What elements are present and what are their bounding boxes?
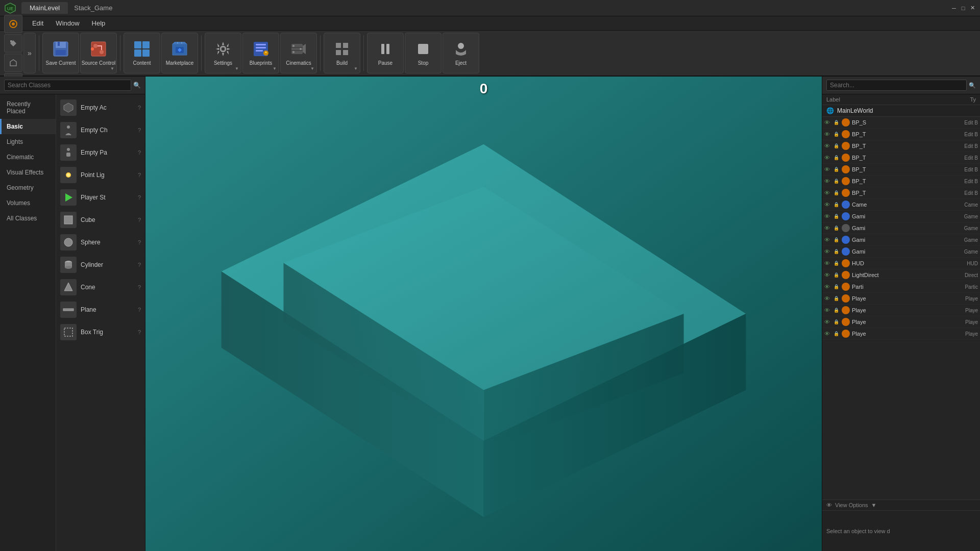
more-tools-button[interactable]: » xyxy=(23,33,36,73)
pause-button[interactable]: Pause xyxy=(367,33,404,73)
outliner-item-bp1[interactable]: 👁 🔒 BP_S Edit B xyxy=(822,117,980,129)
visibility-gm3-icon[interactable]: 👁 xyxy=(824,237,831,243)
box-trigger-help[interactable]: ? xyxy=(138,329,141,335)
visibility-gm1-icon[interactable]: 👁 xyxy=(824,213,831,219)
category-visual-effects[interactable]: Visual Effects xyxy=(0,165,56,180)
outliner-item-bp6[interactable]: 👁 🔒 BP_T Edit B xyxy=(822,176,980,187)
outliner-bp1-type: Edit B xyxy=(964,120,978,126)
outliner-bp6-label: BP_T xyxy=(852,178,962,184)
category-lights[interactable]: Lights xyxy=(0,134,56,149)
stop-button[interactable]: Stop xyxy=(405,33,442,73)
outliner-item-gm4[interactable]: 👁 🔒 Gami Game xyxy=(822,246,980,258)
save-current-button[interactable]: Save Current xyxy=(42,33,79,73)
visibility-player3-icon[interactable]: 👁 xyxy=(824,319,831,325)
marketplace-button[interactable]: Marketplace xyxy=(161,33,198,73)
outliner-item-player2[interactable]: 👁 🔒 Playe Playe xyxy=(822,305,980,316)
outliner-item-player3[interactable]: 👁 🔒 Playe Playe xyxy=(822,316,980,328)
content-button[interactable]: Content xyxy=(124,33,160,73)
category-geometry[interactable]: Geometry xyxy=(0,180,56,195)
level-tab[interactable]: MainLevel xyxy=(21,2,68,14)
view-options-bar[interactable]: 👁 View Options ▼ xyxy=(822,499,980,510)
build-button[interactable]: Build ▼ xyxy=(324,33,360,73)
place-item-point-light[interactable]: Point Lig ? xyxy=(56,164,145,186)
mode-btn-3[interactable] xyxy=(4,54,22,72)
place-item-sphere[interactable]: Sphere ? xyxy=(56,231,145,254)
visibility-parti-icon[interactable]: 👁 xyxy=(824,284,831,290)
eject-button[interactable]: Eject xyxy=(443,33,479,73)
outliner-item-parti[interactable]: 👁 🔒 Parti Partic xyxy=(822,281,980,293)
outliner-item-gm3[interactable]: 👁 🔒 Gami Game xyxy=(822,234,980,246)
place-item-plane[interactable]: Plane ? xyxy=(56,298,145,321)
plane-help[interactable]: ? xyxy=(138,307,141,313)
player-start-help[interactable]: ? xyxy=(138,194,141,201)
menu-help[interactable]: Help xyxy=(87,17,111,29)
visibility-hud-icon[interactable]: 👁 xyxy=(824,260,831,266)
sphere-help[interactable]: ? xyxy=(138,239,141,245)
cylinder-help[interactable]: ? xyxy=(138,262,141,268)
empty-actor-help[interactable]: ? xyxy=(138,105,141,111)
svg-rect-42 xyxy=(64,216,72,224)
category-cinematic[interactable]: Cinematic xyxy=(0,149,56,165)
visibility-bp3-icon[interactable]: 👁 xyxy=(824,143,831,149)
menu-window[interactable]: Window xyxy=(51,17,84,29)
visibility-gm4-icon[interactable]: 👁 xyxy=(824,248,831,255)
source-control-button[interactable]: Source Control ▼ xyxy=(80,33,117,73)
outliner-root-item[interactable]: 🌐 MainLeWorld xyxy=(822,105,980,117)
blueprints-button[interactable]: Blueprints ▼ xyxy=(242,33,279,73)
outliner-item-bp4[interactable]: 👁 🔒 BP_T Edit B xyxy=(822,152,980,164)
outliner-item-cam[interactable]: 👁 🔒 Came Came xyxy=(822,199,980,211)
visibility-player1-icon[interactable]: 👁 xyxy=(824,295,831,302)
place-item-cube[interactable]: Cube ? xyxy=(56,209,145,231)
point-light-help[interactable]: ? xyxy=(138,172,141,178)
cone-help[interactable]: ? xyxy=(138,284,141,290)
mode-btn-2[interactable] xyxy=(4,34,22,53)
maximize-button[interactable]: □ xyxy=(960,5,967,12)
visibility-bp6-icon[interactable]: 👁 xyxy=(824,178,831,184)
place-item-cone[interactable]: Cone ? xyxy=(56,276,145,298)
outliner-item-bp3[interactable]: 👁 🔒 BP_T Edit B xyxy=(822,140,980,152)
visibility-bp5-icon[interactable]: 👁 xyxy=(824,166,831,172)
place-item-empty-pawn[interactable]: Empty Pa ? xyxy=(56,141,145,164)
viewport[interactable]: 0 xyxy=(145,77,822,551)
build-icon xyxy=(333,40,351,58)
visibility-player4-icon[interactable]: 👁 xyxy=(824,331,831,337)
place-item-empty-character[interactable]: Empty Ch ? xyxy=(56,119,145,141)
outliner-item-bp7[interactable]: 👁 🔒 BP_T Edit B xyxy=(822,187,980,199)
place-item-player-start[interactable]: Player St ? xyxy=(56,186,145,209)
visibility-gm2-icon[interactable]: 👁 xyxy=(824,225,831,231)
outliner-item-bp5[interactable]: 👁 🔒 BP_T Edit B xyxy=(822,164,980,176)
outliner-item-player1[interactable]: 👁 🔒 Playe Playe xyxy=(822,293,980,305)
settings-button[interactable]: Settings ▼ xyxy=(205,33,241,73)
place-item-cylinder[interactable]: Cylinder ? xyxy=(56,254,145,276)
category-basic[interactable]: Basic xyxy=(0,119,56,134)
outliner-search-input[interactable] xyxy=(826,80,967,91)
category-all-classes[interactable]: All Classes xyxy=(0,211,56,226)
mode-btn-1[interactable] xyxy=(4,15,22,33)
category-recently-placed[interactable]: Recently Placed xyxy=(0,96,56,119)
outliner-item-gm2[interactable]: 👁 🔒 Gami Game xyxy=(822,222,980,234)
category-volumes[interactable]: Volumes xyxy=(0,195,56,211)
cube-help[interactable]: ? xyxy=(138,217,141,223)
outliner-item-gm1[interactable]: 👁 🔒 Gami Game xyxy=(822,211,980,222)
visibility-bp4-icon[interactable]: 👁 xyxy=(824,155,831,161)
visibility-light-icon[interactable]: 👁 xyxy=(824,272,831,278)
menu-edit[interactable]: Edit xyxy=(27,17,48,29)
close-button[interactable]: ✕ xyxy=(969,5,976,12)
outliner-item-player4[interactable]: 👁 🔒 Playe Playe xyxy=(822,328,980,340)
empty-character-help[interactable]: ? xyxy=(138,127,141,133)
place-item-box-trigger[interactable]: Box Trig ? xyxy=(56,321,145,343)
outliner-item-hud[interactable]: 👁 🔒 HUD HUD xyxy=(822,258,980,269)
visibility-bp2-icon[interactable]: 👁 xyxy=(824,131,831,137)
search-classes-input[interactable] xyxy=(4,80,131,91)
visibility-bp1-icon[interactable]: 👁 xyxy=(824,119,831,126)
outliner-item-bp2[interactable]: 👁 🔒 BP_T Edit B xyxy=(822,129,980,140)
visibility-bp7-icon[interactable]: 👁 xyxy=(824,190,831,196)
place-item-empty-actor[interactable]: Empty Ac ? xyxy=(56,96,145,119)
minimize-button[interactable]: ─ xyxy=(950,5,958,12)
point-light-label: Point Lig xyxy=(81,171,134,179)
visibility-cam-icon[interactable]: 👁 xyxy=(824,202,831,208)
outliner-item-light[interactable]: 👁 🔒 LightDirect Direct xyxy=(822,269,980,281)
empty-pawn-help[interactable]: ? xyxy=(138,149,141,156)
cinematics-button[interactable]: Cinematics ▼ xyxy=(280,33,317,73)
visibility-player2-icon[interactable]: 👁 xyxy=(824,307,831,313)
